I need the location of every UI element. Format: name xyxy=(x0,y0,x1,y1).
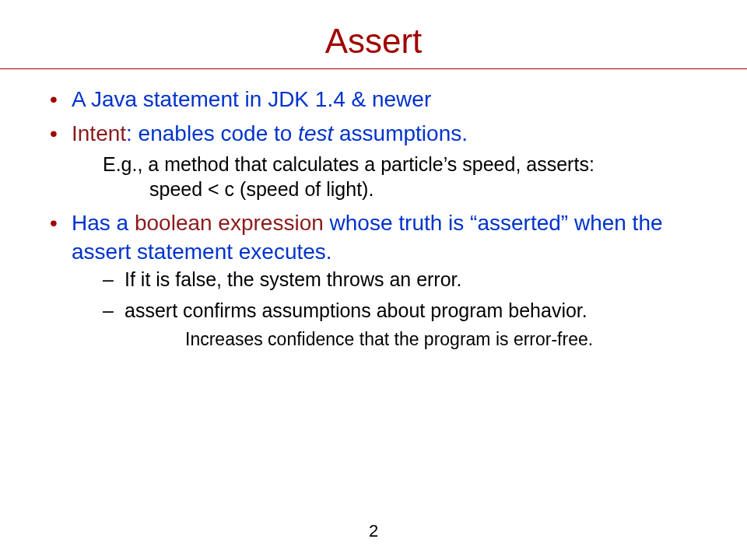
bullet-2-sub-line1: E.g., a method that calculates a particl… xyxy=(103,153,594,175)
bullet-3-dash-1: If it is false, the system throws an err… xyxy=(103,267,700,293)
bullet-1-text: A Java statement in JDK 1.4 & newer xyxy=(72,87,431,111)
slide-title: Assert xyxy=(0,0,747,68)
bullet-3-dash-2-sub: Increases confidence that the program is… xyxy=(124,327,700,352)
bullet-3-bool: boolean expression xyxy=(135,211,324,235)
slide-content: A Java statement in JDK 1.4 & newer Inte… xyxy=(0,69,747,352)
bullet-2-intent: Intent xyxy=(72,121,126,145)
bullet-1: A Java statement in JDK 1.4 & newer xyxy=(47,85,700,114)
bullet-2-rest: : enables code to xyxy=(126,121,298,145)
bullet-2-sub-line2: speed < c (speed of light). xyxy=(103,177,700,202)
bullet-3: Has a boolean expression whose truth is … xyxy=(47,208,700,352)
bullet-3-dash-2: assert confirms assumptions about progra… xyxy=(103,298,700,352)
bullet-3-pre: Has a xyxy=(72,211,135,235)
bullet-2: Intent: enables code to test assumptions… xyxy=(47,119,700,202)
bullet-list: A Java statement in JDK 1.4 & newer Inte… xyxy=(47,85,700,352)
bullet-2-test: test xyxy=(298,121,333,145)
bullet-3-sublist: If it is false, the system throws an err… xyxy=(103,267,700,352)
bullet-2-sub: E.g., a method that calculates a particl… xyxy=(72,152,700,202)
page-number: 2 xyxy=(0,521,747,541)
bullet-3-dash-2-text: assert confirms assumptions about progra… xyxy=(124,299,587,321)
bullet-2-end: assumptions. xyxy=(333,121,468,145)
slide: Assert A Java statement in JDK 1.4 & new… xyxy=(0,0,747,560)
